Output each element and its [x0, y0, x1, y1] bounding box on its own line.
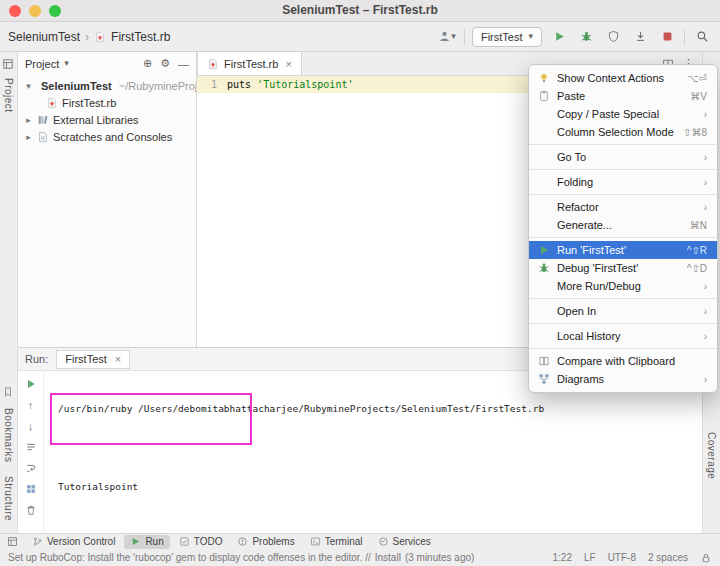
- toolbar-divider: [464, 29, 465, 45]
- code-with-me-button[interactable]: ▾: [437, 27, 457, 47]
- run-icon: [553, 30, 566, 43]
- run-icon: [536, 243, 551, 257]
- status-time-note: (3 minutes ago): [405, 552, 474, 563]
- line-separator-widget[interactable]: LF: [584, 552, 596, 563]
- expand-icon[interactable]: ▸: [24, 115, 33, 125]
- toolbar-services[interactable]: Services: [372, 535, 437, 549]
- grid-icon: [25, 483, 37, 495]
- menu-separator: [529, 298, 717, 299]
- menu-item-run-firsttest[interactable]: Run 'FirstTest' ^⇧R: [529, 241, 717, 259]
- up-stack-trace-button[interactable]: ↑: [23, 398, 39, 412]
- tool-window-switcher-icon[interactable]: [4, 536, 20, 547]
- submenu-arrow-icon: ›: [704, 152, 707, 163]
- soft-wrap-icon: [25, 462, 37, 474]
- stop-button[interactable]: [657, 27, 677, 47]
- menu-item-debug-firsttest[interactable]: Debug 'FirstTest' ^⇧D: [529, 259, 717, 277]
- clear-console-button[interactable]: [23, 503, 39, 517]
- close-window-button[interactable]: [9, 5, 21, 17]
- toolbar-actions: ▾ FirstTest ▾: [437, 27, 712, 47]
- menu-item-paste[interactable]: Paste ⌘V: [529, 87, 717, 105]
- bookmark-icon[interactable]: [2, 386, 14, 398]
- menu-item-column-selection-mode[interactable]: Column Selection Mode ⇧⌘8: [529, 123, 717, 141]
- close-tab-icon[interactable]: ×: [285, 58, 291, 70]
- menu-item-local-history[interactable]: Local History ›: [529, 327, 717, 345]
- run-icon: [25, 378, 37, 390]
- menu-item-refactor[interactable]: Refactor ›: [529, 198, 717, 216]
- intention-bulb-icon: [536, 71, 551, 85]
- menu-item-more-run-debug[interactable]: More Run/Debug ›: [529, 277, 717, 295]
- window-controls: [9, 5, 61, 17]
- run-configuration-select[interactable]: FirstTest ▾: [472, 27, 542, 47]
- submenu-arrow-icon: ›: [704, 109, 707, 120]
- encoding-widget[interactable]: UTF-8: [608, 552, 636, 563]
- run-button[interactable]: [549, 27, 569, 47]
- indent-widget[interactable]: 2 spaces: [648, 552, 688, 563]
- toolbar-version-control[interactable]: Version Control: [26, 535, 121, 549]
- menu-item-copy-paste-special[interactable]: Copy / Paste Special ›: [529, 105, 717, 123]
- stripe-structure-button[interactable]: Structure: [3, 476, 14, 521]
- locate-file-button[interactable]: ⊕: [143, 57, 152, 70]
- menu-shortcut: ⌘N: [690, 220, 707, 231]
- lock-icon[interactable]: [700, 552, 712, 564]
- menu-item-go-to[interactable]: Go To ›: [529, 148, 717, 166]
- menu-item-folding[interactable]: Folding ›: [529, 173, 717, 191]
- coverage-button[interactable]: [603, 27, 623, 47]
- submenu-arrow-icon: ›: [704, 306, 707, 317]
- menu-item-diagrams[interactable]: Diagrams ›: [529, 370, 717, 388]
- stop-icon: [661, 30, 674, 43]
- console-settings-button[interactable]: [23, 440, 39, 454]
- pink-highlight-annotation: [50, 393, 252, 445]
- install-link[interactable]: Install: [375, 552, 401, 563]
- restore-layout-button[interactable]: [23, 482, 39, 496]
- close-tab-icon[interactable]: ×: [115, 353, 121, 365]
- stripe-project-button[interactable]: Project: [3, 78, 14, 113]
- toolbar-run[interactable]: Run: [124, 535, 169, 549]
- collapse-icon[interactable]: ▾: [24, 81, 33, 91]
- breadcrumb-file[interactable]: FirstTest.rb: [111, 30, 170, 44]
- tool-windows-icon[interactable]: [2, 58, 14, 70]
- toolbar-terminal[interactable]: Terminal: [304, 535, 369, 549]
- menu-item-compare-with-clipboard[interactable]: Compare with Clipboard: [529, 352, 717, 370]
- chevron-down-icon: ▾: [64, 59, 69, 68]
- tree-item-scratches[interactable]: ▸ Scratches and Consoles: [18, 128, 196, 145]
- run-toolbar: ↑ ↓: [18, 371, 44, 533]
- main-toolbar: SeleniumTest › FirstTest.rb ▾ FirstTest …: [0, 22, 720, 52]
- run-tab-firsttest[interactable]: FirstTest ×: [56, 350, 130, 369]
- settings-gear-icon[interactable]: ⚙: [160, 57, 170, 70]
- menu-separator: [529, 144, 717, 145]
- menu-item-open-in[interactable]: Open In ›: [529, 302, 717, 320]
- window-title: SeleniumTest – FirstTest.rb: [70, 0, 650, 21]
- stripe-bookmarks-button[interactable]: Bookmarks: [3, 408, 14, 463]
- submenu-arrow-icon: ›: [704, 202, 707, 213]
- menu-item-generate[interactable]: Generate... ⌘N: [529, 216, 717, 234]
- line-number: 1: [197, 79, 227, 90]
- down-stack-trace-button[interactable]: ↓: [23, 419, 39, 433]
- status-widgets: 1:22 LF UTF-8 2 spaces: [552, 552, 712, 564]
- project-panel-header: Project ▾ ⊕ ⚙ —: [18, 52, 196, 75]
- tree-item-external-libraries[interactable]: ▸ External Libraries: [18, 111, 196, 128]
- version-control-icon: [32, 536, 43, 547]
- toolbar-problems[interactable]: Problems: [231, 535, 300, 549]
- toolbar-todo[interactable]: TODO: [173, 535, 229, 549]
- rerun-button[interactable]: [23, 377, 39, 391]
- menu-item-show-context-actions[interactable]: Show Context Actions ⌥⏎: [529, 69, 717, 87]
- expand-icon[interactable]: ▸: [24, 132, 33, 142]
- soft-wrap-button[interactable]: [23, 461, 39, 475]
- zoom-window-button[interactable]: [49, 5, 61, 17]
- tree-item-firsttest[interactable]: FirstTest.rb: [18, 94, 196, 111]
- hide-panel-button[interactable]: —: [178, 58, 189, 70]
- search-everywhere-button[interactable]: [692, 27, 712, 47]
- breadcrumb-project[interactable]: SeleniumTest: [8, 30, 80, 44]
- debug-button[interactable]: [576, 27, 596, 47]
- menu-separator: [529, 169, 717, 170]
- menu-shortcut: ^⇧R: [687, 245, 707, 256]
- status-bar: Set up RuboCop: Install the 'rubocop' ge…: [0, 549, 720, 566]
- run-console[interactable]: /usr/bin/ruby /Users/debomitabhattacharj…: [44, 371, 702, 533]
- update-app-button[interactable]: [630, 27, 650, 47]
- tab-firsttest[interactable]: FirstTest.rb ×: [197, 52, 302, 75]
- project-panel-title[interactable]: Project: [25, 58, 59, 70]
- tree-item-project-root[interactable]: ▾ SeleniumTest ~/RubymineProj: [18, 77, 196, 94]
- minimize-window-button[interactable]: [29, 5, 41, 17]
- caret-position-widget[interactable]: 1:22: [552, 552, 571, 563]
- stripe-coverage-button[interactable]: Coverage: [706, 432, 717, 479]
